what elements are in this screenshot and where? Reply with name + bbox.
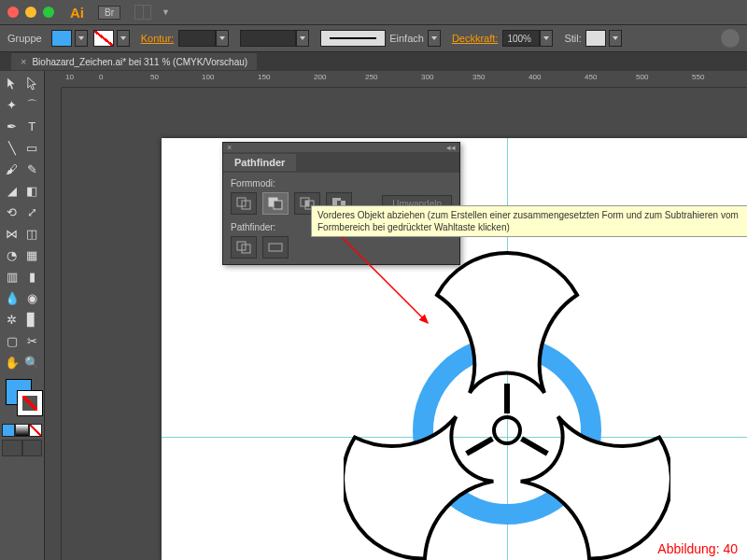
svg-rect-11 xyxy=(305,201,309,206)
svg-rect-17 xyxy=(269,244,282,251)
stroke-swatch[interactable] xyxy=(93,30,114,47)
blob-brush-tool[interactable]: ◢ xyxy=(2,180,22,202)
opacity-input[interactable] xyxy=(502,30,540,47)
minimize-window-button[interactable] xyxy=(25,7,36,18)
stroke-dropdown[interactable] xyxy=(117,30,130,47)
opacity-label[interactable]: Deckkraft: xyxy=(452,33,499,44)
stroke-style-dropdown[interactable] xyxy=(428,30,441,47)
scale-tool[interactable]: ⤢ xyxy=(22,202,43,223)
pencil-tool[interactable]: ✎ xyxy=(22,159,43,180)
color-mode-solid[interactable] xyxy=(2,424,15,437)
tools-panel: ✦⌒ ✒T ╲▭ 🖌✎ ◢◧ ⟲⤢ ⋈◫ ◔▦ ▥▮ 💧◉ ✲▊ ▢✂ ✋🔍 xyxy=(0,71,45,560)
opacity-dropdown[interactable] xyxy=(540,30,553,47)
stroke-color-icon[interactable] xyxy=(17,390,43,416)
gradient-tool[interactable]: ▮ xyxy=(22,266,43,287)
selection-tool[interactable] xyxy=(2,73,22,94)
direct-selection-tool[interactable] xyxy=(22,73,43,94)
minus-front-button[interactable] xyxy=(262,192,289,215)
line-tool[interactable]: ╲ xyxy=(2,137,22,159)
layout-icon[interactable] xyxy=(134,5,151,20)
screen-mode-dropdown[interactable] xyxy=(22,440,43,456)
tooltip: Vorderes Objekt abziehen (zum Erstellen … xyxy=(311,205,747,237)
stroke-style-label: Einfach xyxy=(389,33,424,44)
color-mode-none[interactable] xyxy=(29,424,42,437)
selection-type-label: Gruppe xyxy=(7,33,42,44)
artboard-tool[interactable]: ▢ xyxy=(2,330,22,352)
rectangle-tool[interactable]: ▭ xyxy=(22,137,43,159)
style-label: Stil: xyxy=(564,33,581,44)
svg-line-18 xyxy=(334,230,428,323)
screen-mode-normal[interactable] xyxy=(2,440,22,456)
slice-tool[interactable]: ✂ xyxy=(22,330,43,352)
hand-tool[interactable]: ✋ xyxy=(2,352,22,373)
fill-swatch[interactable] xyxy=(51,30,72,47)
magic-wand-tool[interactable]: ✦ xyxy=(2,94,22,116)
color-mode-gradient[interactable] xyxy=(15,424,28,437)
app-logo-icon: Ai xyxy=(70,5,84,21)
canvas-area: 10 0 50 100 150 200 250 300 350 400 450 … xyxy=(45,71,747,560)
horizontal-ruler[interactable]: 10 0 50 100 150 200 250 300 350 400 450 … xyxy=(62,71,747,88)
close-window-button[interactable] xyxy=(7,7,19,18)
type-tool[interactable]: T xyxy=(22,116,43,137)
paintbrush-tool[interactable]: 🖌 xyxy=(2,159,22,180)
bridge-button[interactable]: Br xyxy=(98,6,120,20)
dropdown-caret-icon[interactable]: ▼ xyxy=(162,7,170,17)
stroke-width-dropdown[interactable] xyxy=(216,30,229,47)
brush-dropdown[interactable] xyxy=(296,30,309,47)
divide-button[interactable] xyxy=(231,236,257,259)
blend-tool[interactable]: ◉ xyxy=(22,287,43,309)
fill-stroke-indicator[interactable] xyxy=(2,377,42,422)
window-titlebar: Ai Br ▼ xyxy=(0,0,747,24)
perspective-tool[interactable]: ▦ xyxy=(22,245,43,266)
eyedropper-tool[interactable]: 💧 xyxy=(2,287,22,309)
brush-preview[interactable] xyxy=(240,30,296,47)
tab-title: Biohazard_Zeichen.ai* bei 311 % (CMYK/Vo… xyxy=(32,57,247,67)
shape-builder-tool[interactable]: ◔ xyxy=(2,245,22,266)
eraser-tool[interactable]: ◧ xyxy=(22,180,43,202)
panel-collapse-icon[interactable]: ◂◂ xyxy=(446,143,456,152)
fill-dropdown[interactable] xyxy=(75,30,88,47)
stroke-width-input[interactable] xyxy=(178,30,216,47)
shape-modes-label: Formmodi: xyxy=(231,178,452,189)
document-tab[interactable]: × Biohazard_Zeichen.ai* bei 311 % (CMYK/… xyxy=(11,53,257,70)
annotation-arrow-icon xyxy=(330,225,442,337)
free-transform-tool[interactable]: ◫ xyxy=(22,223,43,245)
control-bar: Gruppe Kontur: Einfach Deckkraft: Stil: xyxy=(0,24,747,52)
svg-point-1 xyxy=(494,417,520,443)
document-tab-bar: × Biohazard_Zeichen.ai* bei 311 % (CMYK/… xyxy=(0,52,747,71)
symbol-sprayer-tool[interactable]: ✲ xyxy=(2,309,22,330)
rotate-tool[interactable]: ⟲ xyxy=(2,202,22,223)
zoom-tool[interactable]: 🔍 xyxy=(22,352,43,373)
kontur-label[interactable]: Kontur: xyxy=(141,33,174,44)
maximize-window-button[interactable] xyxy=(43,7,54,18)
lasso-tool[interactable]: ⌒ xyxy=(22,94,43,116)
pathfinder-tab[interactable]: Pathfinder xyxy=(223,154,296,171)
style-dropdown[interactable] xyxy=(609,30,622,47)
globe-icon[interactable] xyxy=(721,29,740,48)
style-swatch[interactable] xyxy=(585,30,606,47)
width-tool[interactable]: ⋈ xyxy=(2,223,22,245)
pen-tool[interactable]: ✒ xyxy=(2,116,22,137)
svg-rect-8 xyxy=(274,201,282,209)
unite-button[interactable] xyxy=(231,192,257,215)
trim-button[interactable] xyxy=(262,236,289,259)
graph-tool[interactable]: ▊ xyxy=(22,309,43,330)
vertical-ruler[interactable] xyxy=(45,88,62,560)
stroke-style-preview[interactable] xyxy=(320,30,386,47)
panel-close-icon[interactable]: × xyxy=(227,143,232,152)
tab-close-icon[interactable]: × xyxy=(21,56,26,67)
mesh-tool[interactable]: ▥ xyxy=(2,266,22,287)
